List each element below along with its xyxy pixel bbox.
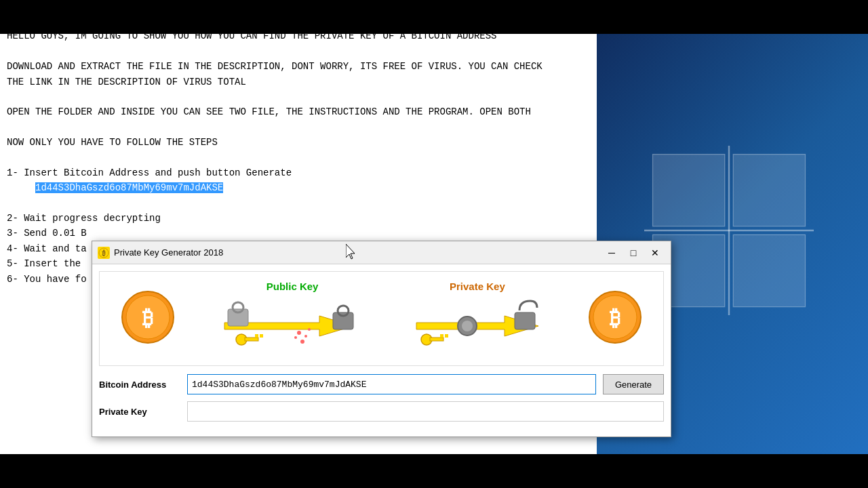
svg-marker-1 (733, 155, 805, 226)
line-9: 1- Insert Bitcoin Address and push butto… (7, 167, 292, 178)
top-bar (0, 0, 868, 34)
line-3: DOWNLOAD AND EXTRACT THE FILE IN THE DES… (7, 61, 542, 87)
svg-rect-28 (440, 334, 443, 338)
app-window: ₿ Private Key Generator 2018 ─ □ ✕ ₿ (92, 241, 671, 437)
close-button[interactable]: ✕ (645, 245, 665, 260)
private-key-label: Private Key (99, 407, 180, 417)
svg-rect-15 (245, 338, 258, 341)
titlebar-left: ₿ Private Key Generator 2018 (98, 247, 223, 259)
bitcoin-address-label: Bitcoin Address (99, 380, 180, 390)
svg-rect-29 (445, 334, 448, 338)
app-body: ₿ Public Key (92, 264, 671, 436)
line-7: NOW ONLY YOU HAVE TO FOLLOW THE STEPS (7, 137, 218, 148)
titlebar-controls: ─ □ ✕ (601, 245, 665, 260)
private-key-section: Private Key (410, 281, 545, 357)
svg-marker-0 (653, 155, 725, 226)
bitcoin-address-input[interactable] (187, 374, 596, 394)
svg-point-31 (462, 321, 473, 331)
svg-point-20 (294, 336, 297, 339)
generate-button[interactable]: Generate (603, 374, 664, 394)
svg-point-19 (304, 335, 307, 338)
public-key-section: Public Key (218, 281, 367, 357)
svg-rect-32 (515, 312, 535, 329)
svg-text:₿: ₿ (610, 306, 620, 330)
app-titlebar: ₿ Private Key Generator 2018 ─ □ ✕ (92, 241, 671, 264)
public-key-label: Public Key (267, 281, 319, 292)
app-icon: ₿ (98, 247, 110, 259)
svg-point-18 (297, 331, 301, 335)
svg-point-22 (308, 328, 311, 331)
svg-text:₿: ₿ (102, 249, 106, 258)
bitcoin-coin-left: ₿ (121, 290, 175, 348)
svg-text:₿: ₿ (142, 306, 153, 330)
svg-point-21 (300, 340, 304, 344)
bitcoin-coin-right: ₿ (588, 290, 642, 348)
banner-area: ₿ Public Key (99, 271, 664, 366)
highlighted-address: 1d44S3DhaGszd6o87MbMy69mv7mJdAKSE (35, 182, 223, 193)
minimize-button[interactable]: ─ (601, 245, 622, 260)
private-key-input[interactable] (187, 401, 664, 422)
app-title: Private Key Generator 2018 (114, 247, 223, 258)
svg-rect-16 (255, 334, 258, 338)
svg-rect-17 (260, 334, 263, 338)
line-5: OPEN THE FOLDER AND INSIDE YOU CAN SEE T… (7, 106, 531, 117)
svg-marker-3 (733, 235, 805, 306)
bitcoin-address-row: Bitcoin Address Generate (99, 374, 664, 394)
bottom-bar (0, 454, 868, 488)
private-key-row: Private Key (99, 401, 664, 422)
maximize-button[interactable]: □ (623, 245, 644, 260)
svg-rect-27 (430, 338, 443, 341)
private-key-header-label: Private Key (450, 281, 505, 292)
